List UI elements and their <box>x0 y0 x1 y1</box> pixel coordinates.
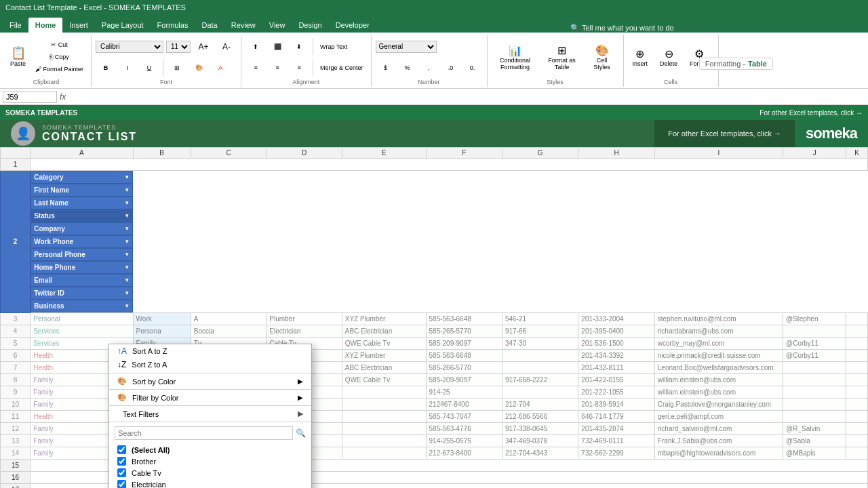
cell-workphone[interactable]: 212467-8400 <box>426 399 502 411</box>
cell-company[interactable] <box>342 447 426 460</box>
filter-item-select-all[interactable]: (Select All) <box>109 444 311 455</box>
cell-workphone[interactable]: 212-673-8400 <box>426 447 502 460</box>
tab-developer[interactable]: Developer <box>329 18 376 33</box>
filter-checkbox-select-all[interactable] <box>117 445 126 454</box>
filter-checkbox-brother[interactable] <box>117 457 126 466</box>
filter-checkbox-cable-tv[interactable] <box>117 468 126 477</box>
col-workphone-header[interactable]: Work Phone ▼ <box>31 235 133 248</box>
cell-email[interactable]: Craig.Pastolove@morganstanley.com <box>654 399 783 411</box>
col-email-header[interactable]: Email ▼ <box>31 274 133 287</box>
cell-personalphone[interactable] <box>502 386 578 399</box>
cell-twitter[interactable]: @Corby11 <box>783 350 846 362</box>
col-twitter-header[interactable]: Twitter ID ▼ <box>31 287 133 300</box>
cell-homephone[interactable]: 201-839-5914 <box>578 399 654 411</box>
cell-company[interactable]: QWE Cable Tv <box>342 338 426 350</box>
currency-button[interactable]: $ <box>376 62 396 73</box>
cell-homephone[interactable]: 732-562-2299 <box>578 447 654 460</box>
cell-email[interactable]: geri.e.peli@ampf.com <box>654 411 783 423</box>
col-firstname-header[interactable]: First Name ▼ <box>31 184 133 197</box>
cell-email[interactable]: stephen.ruvituso@ml.com <box>654 313 783 325</box>
cell-workphone[interactable]: 914-255-0575 <box>426 435 502 447</box>
cell-personalphone[interactable] <box>502 362 578 374</box>
cell-twitter[interactable]: @R_Salvin <box>783 423 846 435</box>
cell-homephone[interactable]: 201-333-2004 <box>578 313 654 325</box>
cell-workphone[interactable]: 585-563-6648 <box>426 350 502 362</box>
delete-cells-button[interactable]: ⊖ Delete <box>655 37 682 77</box>
cell-workphone[interactable]: 585-209-9097 <box>426 338 502 350</box>
cell-twitter[interactable] <box>783 362 846 374</box>
cell-company[interactable]: XYZ Plumber <box>342 350 426 362</box>
cell-email[interactable]: wcorby_may@ml.com <box>654 338 783 350</box>
cell-homephone[interactable]: 201-434-3392 <box>578 350 654 362</box>
cell-homephone[interactable]: 646-714-1779 <box>578 411 654 423</box>
cell-business[interactable] <box>846 423 868 435</box>
decrease-decimal-button[interactable]: 0. <box>462 62 483 73</box>
cell-personalphone[interactable]: 212-704-4343 <box>502 447 578 460</box>
cell-email[interactable]: william.einstein@ubs.com <box>654 386 783 399</box>
cell-homephone[interactable]: 201-395-0400 <box>578 325 654 338</box>
table-wrapper[interactable]: A B C D E F G H I J K 1 <box>0 147 868 488</box>
cell-homephone[interactable]: 201-536-1500 <box>578 338 654 350</box>
cell-company[interactable] <box>342 386 426 399</box>
cell-twitter[interactable] <box>783 374 846 386</box>
increase-decimal-button[interactable]: .0 <box>441 62 461 73</box>
conditional-formatting-button[interactable]: 📊 ConditionalFormatting <box>492 37 539 77</box>
cell-business[interactable] <box>846 399 868 411</box>
cell-business[interactable] <box>846 325 868 338</box>
cell-homephone[interactable]: 201-435-2874 <box>578 423 654 435</box>
cell-business[interactable] <box>846 435 868 447</box>
cell-twitter[interactable]: @Stephen <box>783 313 846 325</box>
cell-category[interactable]: Services <box>31 325 133 338</box>
font-size-select[interactable]: 11 <box>166 41 191 53</box>
cell-company[interactable] <box>342 435 426 447</box>
cell-twitter[interactable] <box>783 399 846 411</box>
tab-page-layout[interactable]: Page Layout <box>95 18 151 33</box>
italic-button[interactable]: I <box>117 62 138 73</box>
number-format-select[interactable]: General <box>376 41 437 53</box>
format-painter-button[interactable]: 🖌 Format Painter <box>32 64 87 75</box>
borders-button[interactable]: ⊞ <box>167 62 187 73</box>
increase-font-button[interactable]: A+ <box>193 40 214 54</box>
paste-button[interactable]: 📋 Paste <box>5 37 31 77</box>
cell-business[interactable] <box>846 411 868 423</box>
cell-twitter[interactable]: @MBapis <box>783 447 846 460</box>
wrap-text-button[interactable]: Wrap Text <box>317 41 351 52</box>
cell-workphone[interactable]: 585-743-7047 <box>426 411 502 423</box>
formula-input[interactable] <box>68 93 865 101</box>
align-right-button[interactable]: ≡ <box>289 62 309 73</box>
cell-twitter[interactable] <box>783 386 846 399</box>
cell-status[interactable]: Plumber <box>267 313 342 325</box>
tell-me-box[interactable]: 🔍 Tell me what you want to do <box>570 24 674 33</box>
filter-search-input[interactable] <box>115 426 293 440</box>
col-company-header[interactable]: Company ▼ <box>31 222 133 235</box>
cell-business[interactable] <box>846 338 868 350</box>
font-color-button[interactable]: A <box>210 62 231 73</box>
align-middle-button[interactable]: ⬛ <box>267 41 288 52</box>
cell-personalphone[interactable]: 212-704 <box>502 399 578 411</box>
insert-cells-button[interactable]: ⊕ Insert <box>628 37 653 77</box>
filter-item-electrician[interactable]: Electrician <box>109 479 311 488</box>
tab-review[interactable]: Review <box>224 18 262 33</box>
cell-twitter[interactable]: @Corby11 <box>783 338 846 350</box>
sort-by-color-option[interactable]: 🎨 Sort by Color ▶ <box>109 375 311 388</box>
tab-formulas[interactable]: Formulas <box>151 18 195 33</box>
cell-personalphone[interactable]: 212-686-5566 <box>502 411 578 423</box>
cell-twitter[interactable] <box>783 325 846 338</box>
cell-workphone[interactable]: 585-209-9097 <box>426 374 502 386</box>
tab-file[interactable]: File <box>3 18 28 33</box>
tab-insert[interactable]: Insert <box>62 18 95 33</box>
col-homephone-header[interactable]: Home Phone ▼ <box>31 261 133 274</box>
cell-company[interactable]: XYZ Plumber <box>342 313 426 325</box>
tab-home[interactable]: Home <box>28 18 63 33</box>
cell-category[interactable]: Personal <box>31 313 133 325</box>
sort-za-option[interactable]: ↓Z Sort Z to A <box>109 358 311 371</box>
filter-by-color-option[interactable]: 🎨 Filter by Color ▶ <box>109 391 311 404</box>
cell-email[interactable]: william.einstein@ubs.com <box>654 374 783 386</box>
sort-az-option[interactable]: ↑A Sort A to Z <box>109 344 311 358</box>
filter-dropdown[interactable]: ↑A Sort A to Z ↓Z Sort Z to A 🎨 Sort by … <box>108 344 312 488</box>
format-cells-button[interactable]: ⚙ Format <box>685 37 714 77</box>
cell-business[interactable] <box>846 313 868 325</box>
filter-checkbox-electrician[interactable] <box>117 480 126 488</box>
bold-button[interactable]: B <box>96 62 116 73</box>
percent-button[interactable]: % <box>397 62 418 73</box>
